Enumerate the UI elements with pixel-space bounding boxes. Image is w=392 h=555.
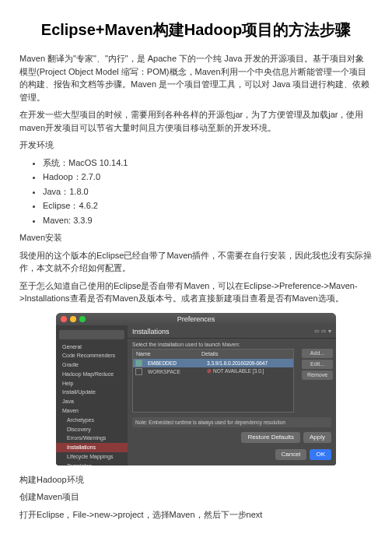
- row-name: WORKSPACE: [145, 369, 204, 374]
- maven-install-heading: Maven安装: [19, 231, 373, 244]
- step-text: 打开Eclipse，File->new->project，选择Maven，然后下…: [19, 508, 373, 522]
- column-details: Details: [198, 351, 293, 357]
- panel-description: Select the installation used to launch M…: [128, 339, 336, 349]
- row-details: 3.3.9/1.8.0.20160209-0647: [204, 360, 293, 366]
- tree-item-archetypes[interactable]: Archetypes: [56, 416, 128, 425]
- tree-item-maven[interactable]: Maven: [56, 406, 128, 416]
- edit-button[interactable]: Edit...: [302, 360, 333, 369]
- column-name: Name: [133, 351, 198, 357]
- window-title: Preferences: [56, 315, 336, 323]
- tree-item-templates[interactable]: Templates: [56, 462, 128, 465]
- tree-item-errors[interactable]: Errors/Warnings: [56, 434, 128, 443]
- table-row[interactable]: WORKSPACE ⊘NOT AVAILABLE [3.0.]: [133, 367, 293, 376]
- row-name: EMBEDDED: [145, 360, 204, 366]
- search-input[interactable]: [59, 330, 124, 339]
- list-item: Java：1.8.0: [43, 185, 373, 198]
- checkbox-icon[interactable]: [135, 368, 142, 375]
- preferences-main: Installations ⇦ ⇨ ▾ Select the installat…: [128, 325, 336, 465]
- table-row[interactable]: EMBEDDED 3.3.9/1.8.0.20160209-0647: [133, 359, 293, 367]
- add-button[interactable]: Add...: [302, 349, 333, 358]
- cancel-button[interactable]: Cancel: [275, 449, 307, 460]
- tree-item-help[interactable]: Help: [56, 379, 128, 388]
- list-item: 系统：MacOS 10.14.1: [43, 156, 373, 170]
- note-text: Note: Embedded runtime is always used fo…: [132, 417, 331, 427]
- installations-table: Name Details EMBEDDED 3.3.9/1.8.0.201602…: [132, 349, 294, 413]
- checkbox-icon[interactable]: [135, 360, 142, 367]
- maven-paragraph-1: 我使用的这个版本的Eclipse已经自带了Maven插件，不需要在自行安装，因此…: [19, 249, 373, 275]
- tree-item-code-recommenders[interactable]: Code Recommenders: [56, 351, 128, 360]
- tree-item-general[interactable]: General: [56, 342, 128, 352]
- window-titlebar: Preferences: [56, 313, 336, 325]
- nav-arrows-icon[interactable]: ⇦ ⇨ ▾: [314, 328, 331, 335]
- restore-defaults-button[interactable]: Restore Defaults: [241, 432, 300, 443]
- tree-item-hadoop[interactable]: Hadoop Map/Reduce: [56, 370, 128, 379]
- env-list: 系统：MacOS 10.14.1 Hadoop：2.7.0 Java：1.8.0…: [19, 156, 373, 227]
- dev-env-heading: 开发环境: [19, 139, 373, 152]
- intro-paragraph-2: 在开发一些大型项目的时候，需要用到各种各样的开源包jar，为了方便管理及加载ja…: [19, 108, 373, 134]
- panel-title: Installations: [132, 328, 170, 335]
- error-icon: ⊘: [207, 368, 212, 374]
- tree-item-install-update[interactable]: Install/Update: [56, 388, 128, 397]
- preferences-sidebar: General Code Recommenders Gradle Hadoop …: [56, 325, 128, 465]
- apply-button[interactable]: Apply: [303, 432, 331, 443]
- list-item: Eclipse：4.6.2: [43, 199, 373, 213]
- row-details: ⊘NOT AVAILABLE [3.0.]: [204, 368, 293, 374]
- list-item: Hadoop：2.7.0: [43, 170, 373, 184]
- tree-item-installations[interactable]: Installations: [56, 443, 128, 452]
- tree-item-discovery[interactable]: Discovery: [56, 425, 128, 434]
- maven-paragraph-2: 至于怎么知道自己使用的Eclipse是否自带有Maven，可以在Eclipse-…: [19, 279, 373, 305]
- preferences-window: Preferences General Code Recommenders Gr…: [56, 313, 336, 465]
- build-hadoop-heading: 构建Hadoop环境: [19, 473, 373, 487]
- page-title: Eclipse+Maven构建Hadoop项目的方法步骤: [19, 19, 373, 40]
- tree-item-java[interactable]: Java: [56, 397, 128, 406]
- tree-item-lifecycle[interactable]: Lifecycle Mappings: [56, 452, 128, 462]
- remove-button[interactable]: Remove: [302, 371, 333, 380]
- create-maven-heading: 创建Maven项目: [19, 490, 373, 504]
- list-item: Maven: 3.3.9: [43, 214, 373, 227]
- intro-paragraph-1: Maven 翻译为"专家"、"内行"，是 Apache 下的一个纯 Java 开…: [19, 52, 373, 104]
- ok-button[interactable]: OK: [310, 449, 331, 460]
- tree-item-gradle[interactable]: Gradle: [56, 360, 128, 370]
